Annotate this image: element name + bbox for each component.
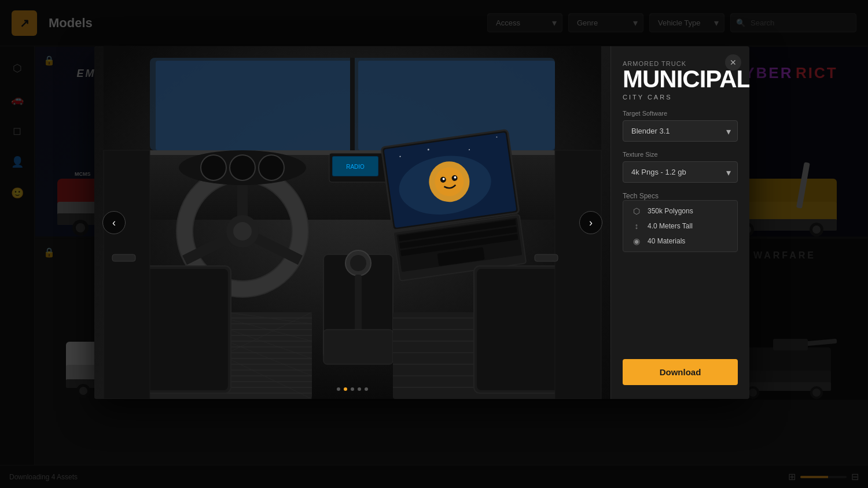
svg-point-50	[230, 155, 255, 180]
spec-row-materials: ◉ 40 Materials	[631, 236, 729, 246]
modal-info-panel: ✕ Armored Truck MUNICIPAL CITY CARS Targ…	[610, 46, 749, 399]
spec-row-polygons: ⬡ 350k Polygons	[631, 206, 729, 216]
modal-close-btn[interactable]: ✕	[725, 54, 741, 71]
carousel-dot-2[interactable]	[344, 387, 347, 391]
target-software-select[interactable]: Blender 3.1 Blender 4.0 Maya 2024 Cinema…	[623, 120, 738, 142]
texture-size-label: Texture Size	[623, 151, 738, 158]
height-icon: ↕	[631, 221, 642, 231]
svg-rect-120	[535, 254, 558, 261]
modal-overlay: RADIO	[0, 0, 868, 488]
svg-rect-36	[156, 61, 352, 150]
carousel-next-btn[interactable]: ›	[579, 211, 602, 234]
product-title-sub: CITY CARS	[623, 94, 738, 101]
texture-size-select-wrap: 4k Pngs - 1.2 gb 2k Pngs - 600 mb 1k Png…	[623, 161, 738, 183]
svg-rect-118	[112, 254, 135, 261]
product-header: Armored Truck MUNICIPAL CITY CARS	[623, 60, 738, 101]
svg-point-51	[259, 155, 284, 180]
download-button[interactable]: Download	[623, 359, 738, 385]
target-software-select-wrap: Blender 3.1 Blender 4.0 Maya 2024 Cinema…	[623, 120, 738, 142]
carousel-prev-btn[interactable]: ‹	[102, 211, 126, 234]
spec-materials-text: 40 Materials	[648, 237, 685, 245]
svg-point-47	[233, 222, 252, 241]
spec-polygons-text: 350k Polygons	[648, 207, 693, 215]
materials-icon: ◉	[631, 236, 642, 246]
tech-specs-section: Tech Specs ⬡ 350k Polygons ↕ 4.0 Meters …	[623, 192, 738, 252]
tech-specs-label: Tech Specs	[623, 192, 738, 200]
product-title-main: MUNICIPAL	[623, 67, 738, 91]
texture-size-select[interactable]: 4k Pngs - 1.2 gb 2k Pngs - 600 mb 1k Png…	[623, 161, 738, 183]
carousel-dot-5[interactable]	[365, 387, 368, 391]
texture-size-section: Texture Size 4k Pngs - 1.2 gb 2k Pngs - …	[623, 151, 738, 183]
spec-row-height: ↕ 4.0 Meters Tall	[631, 221, 729, 231]
svg-rect-119	[555, 150, 601, 399]
svg-rect-81	[323, 330, 393, 364]
spec-height-text: 4.0 Meters Tall	[648, 222, 693, 230]
svg-rect-38	[350, 58, 355, 150]
svg-rect-117	[104, 150, 150, 399]
tech-specs-box: ⬡ 350k Polygons ↕ 4.0 Meters Tall ◉ 40 M…	[623, 200, 738, 252]
carousel-dot-4[interactable]	[358, 387, 361, 391]
modal: RADIO	[94, 46, 749, 399]
carousel-dots	[337, 387, 368, 391]
modal-image-section: RADIO	[94, 46, 610, 399]
target-software-section: Target Software Blender 3.1 Blender 4.0 …	[623, 110, 738, 142]
target-software-label: Target Software	[623, 110, 738, 117]
svg-point-49	[201, 155, 226, 180]
carousel-dot-1[interactable]	[337, 387, 340, 391]
svg-text:RADIO: RADIO	[346, 164, 365, 170]
polygon-icon: ⬡	[631, 206, 642, 216]
svg-point-79	[350, 255, 366, 271]
modal-image-inner: RADIO	[94, 46, 610, 399]
carousel-dot-3[interactable]	[351, 387, 354, 391]
